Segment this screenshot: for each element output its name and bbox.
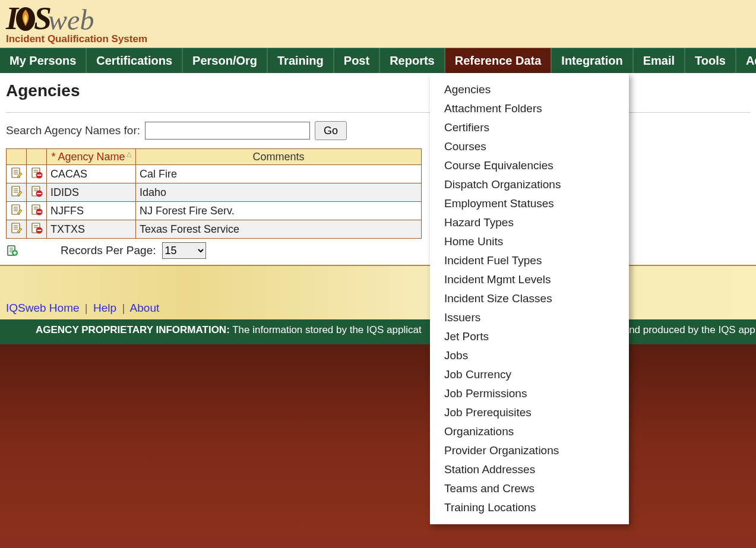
col-delete [27,149,47,165]
dropdown-item-teams-and-crews[interactable]: Teams and Crews [430,479,629,498]
dropdown-item-certifiers[interactable]: Certifiers [430,118,629,137]
nav-item-certifications[interactable]: Certifications [87,48,183,73]
col-comments[interactable]: Comments [136,149,422,165]
table-row: NJFFSNJ Forest Fire Serv. [7,202,422,220]
edit-icon[interactable] [10,203,23,216]
delete-icon[interactable] [30,185,43,198]
dropdown-item-employment-statuses[interactable]: Employment Statuses [430,194,629,213]
col-edit [7,149,27,165]
cell-comments: Idaho [136,183,422,202]
lower-band: IQSweb Home | Help | About [0,266,756,319]
nav-item-reports[interactable]: Reports [380,48,445,73]
dropdown-item-attachment-folders[interactable]: Attachment Folders [430,99,629,118]
cell-agency-name: TXTXS [47,220,136,239]
table-row: TXTXSTexas Forest Service [7,220,422,239]
dropdown-item-job-currency[interactable]: Job Currency [430,365,629,384]
search-input[interactable] [145,122,310,140]
table-row: IDIDSIdaho [7,183,422,202]
content-area: Agencies Search Agency Names for: Go Age… [0,73,756,266]
dropdown-item-incident-fuel-types[interactable]: Incident Fuel Types [430,251,629,270]
dropdown-item-hazard-types[interactable]: Hazard Types [430,213,629,232]
dropdown-item-station-addresses[interactable]: Station Addresses [430,460,629,479]
delete-icon[interactable] [30,166,43,179]
col-agency-name[interactable]: Agency Name△ [47,149,136,165]
search-row: Search Agency Names for: Go [6,121,750,140]
proprietary-text-left: The information stored by the IQS applic… [230,324,422,335]
proprietary-bold: AGENCY PROPRIETARY INFORMATION: [36,324,230,335]
page-title: Agencies [6,81,750,100]
cell-agency-name: NJFFS [47,202,136,220]
logo-subtitle: Incident Qualification System [6,33,756,45]
proprietary-notice: AGENCY PROPRIETARY INFORMATION: The info… [0,319,756,344]
svg-rect-36 [37,230,41,231]
nav-item-post[interactable]: Post [334,48,380,73]
main-navbar: My PersonsCertificationsPerson/OrgTraini… [0,48,756,73]
logo-iqs-text: I S [6,2,50,34]
divider [6,112,750,113]
dropdown-item-training-locations[interactable]: Training Locations [430,498,629,517]
dropdown-item-jobs[interactable]: Jobs [430,346,629,365]
dropdown-item-job-prerequisites[interactable]: Job Prerequisites [430,403,629,422]
search-label: Search Agency Names for: [6,124,140,137]
nav-item-training[interactable]: Training [268,48,334,73]
background-fill [0,344,756,534]
agencies-table: Agency Name△ Comments CACASCal FireIDIDS… [6,148,422,239]
table-row: CACASCal Fire [7,165,422,183]
link-home[interactable]: IQSweb Home [6,302,80,314]
logo: I S web [6,0,756,34]
dropdown-item-provider-organizations[interactable]: Provider Organizations [430,441,629,460]
sort-asc-icon: △ [126,150,131,157]
dropdown-item-dispatch-organizations[interactable]: Dispatch Organizations [430,175,629,194]
svg-rect-27 [37,211,41,213]
dropdown-item-organizations[interactable]: Organizations [430,422,629,441]
dropdown-item-course-equivalencies[interactable]: Course Equivalencies [430,156,629,175]
cell-comments: Cal Fire [136,165,422,183]
edit-icon[interactable] [10,185,23,198]
cell-agency-name: CACAS [47,165,136,183]
nav-item-integration[interactable]: Integration [552,48,633,73]
add-row-icon[interactable] [6,244,19,257]
svg-rect-9 [37,175,41,176]
nav-item-my-persons[interactable]: My Persons [0,48,87,73]
nav-item-tools[interactable]: Tools [685,48,736,73]
go-button[interactable]: Go [315,121,347,140]
dropdown-item-incident-mgmt-levels[interactable]: Incident Mgmt Levels [430,270,629,289]
records-per-page-select[interactable]: 15 [162,242,206,259]
nav-item-email[interactable]: Email [634,48,685,73]
dropdown-item-job-permissions[interactable]: Job Permissions [430,384,629,403]
footer-links: IQSweb Home | Help | About [6,302,750,315]
dropdown-item-home-units[interactable]: Home Units [430,232,629,251]
cell-comments: Texas Forest Service [136,220,422,239]
proprietary-text-right: nd produced by the IQS app [629,324,755,335]
flame-icon [15,5,36,31]
cell-comments: NJ Forest Fire Serv. [136,202,422,220]
nav-item-admi[interactable]: Admi [736,48,756,73]
dropdown-item-issuers[interactable]: Issuers [430,308,629,327]
edit-icon[interactable] [10,166,23,179]
delete-icon[interactable] [30,221,43,235]
dropdown-item-courses[interactable]: Courses [430,137,629,156]
logo-web-text: web [48,6,94,34]
nav-item-person-org[interactable]: Person/Org [183,48,268,73]
reference-data-dropdown: AgenciesAttachment FoldersCertifiersCour… [430,73,629,524]
table-footer: Records Per Page: 15 [6,242,750,259]
dropdown-item-agencies[interactable]: Agencies [430,80,629,99]
cell-agency-name: IDIDS [47,183,136,202]
records-per-page-label: Records Per Page: [61,244,156,257]
dropdown-item-incident-size-classes[interactable]: Incident Size Classes [430,289,629,308]
link-about[interactable]: About [130,302,160,314]
dropdown-item-jet-ports[interactable]: Jet Ports [430,327,629,346]
nav-item-reference-data[interactable]: Reference Data [445,48,552,73]
table-header-row: Agency Name△ Comments [7,149,422,165]
edit-icon[interactable] [10,221,23,235]
header-band: I S web Incident Qualification System [0,0,756,48]
delete-icon[interactable] [30,203,43,216]
link-help[interactable]: Help [93,302,116,314]
svg-rect-18 [37,193,41,194]
